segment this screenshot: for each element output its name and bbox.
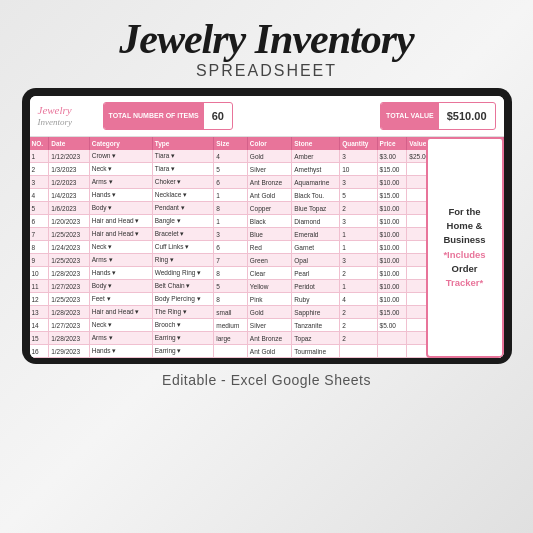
table-cell: Yellow bbox=[247, 280, 291, 293]
table-cell: 1 bbox=[340, 280, 377, 293]
table-cell: Pink bbox=[247, 293, 291, 306]
table-cell: Body ▾ bbox=[89, 280, 152, 293]
table-cell: Crown ▾ bbox=[89, 150, 152, 163]
side-note: For the Home & Business *Includes Order … bbox=[426, 137, 504, 358]
device-screen: Jewelry Inventory TOTAL NUMBER OF ITEMS … bbox=[30, 96, 504, 358]
table-cell: Peridot bbox=[292, 280, 340, 293]
table-cell: Ant Gold bbox=[247, 345, 291, 358]
table-cell: Aquamarine bbox=[292, 176, 340, 189]
total-value-box: TOTAL VALUE $510.00 bbox=[380, 102, 495, 130]
table-cell: $10.00 bbox=[377, 215, 407, 228]
table-cell: $10.00 bbox=[377, 176, 407, 189]
table-cell: 1/28/2023 bbox=[49, 332, 90, 345]
table-cell: $10.00 bbox=[377, 254, 407, 267]
table-cell: Brooch ▾ bbox=[152, 319, 214, 332]
table-cell: 1/20/2023 bbox=[49, 215, 90, 228]
table-cell bbox=[377, 332, 407, 345]
table-cell: 10 bbox=[340, 163, 377, 176]
table-cell: 5 bbox=[30, 202, 49, 215]
table-cell: Necklace ▾ bbox=[152, 189, 214, 202]
table-cell: Neck ▾ bbox=[89, 163, 152, 176]
table-cell: Arms ▾ bbox=[89, 332, 152, 345]
table-cell bbox=[214, 345, 248, 358]
table-cell: Blue bbox=[247, 228, 291, 241]
table-cell: 15 bbox=[30, 332, 49, 345]
table-cell: Ruby bbox=[292, 293, 340, 306]
table-cell: 3 bbox=[214, 228, 248, 241]
table-cell: 2 bbox=[30, 163, 49, 176]
table-cell: Silver bbox=[247, 163, 291, 176]
table-cell: $10.00 bbox=[377, 267, 407, 280]
table-cell: 16 bbox=[30, 345, 49, 358]
table-cell: Body Piercing ▾ bbox=[152, 293, 214, 306]
table-cell: Hair and Head ▾ bbox=[89, 215, 152, 228]
table-cell: 1/25/2023 bbox=[49, 228, 90, 241]
table-cell: 7 bbox=[214, 254, 248, 267]
table-cell: $5.00 bbox=[377, 319, 407, 332]
table-cell: 12 bbox=[30, 293, 49, 306]
table-cell: $3.00 bbox=[377, 150, 407, 163]
table-cell: 1/4/2023 bbox=[49, 189, 90, 202]
table-cell: Green bbox=[247, 254, 291, 267]
table-cell: Hands ▾ bbox=[89, 189, 152, 202]
table-cell: Tiara ▾ bbox=[152, 150, 214, 163]
table-cell: 3 bbox=[340, 150, 377, 163]
table-cell: Hands ▾ bbox=[89, 345, 152, 358]
table-cell: 1/6/2023 bbox=[49, 202, 90, 215]
table-cell: 1 bbox=[214, 215, 248, 228]
table-cell: The Ring ▾ bbox=[152, 306, 214, 319]
table-cell: Amber bbox=[292, 150, 340, 163]
table-cell: Earring ▾ bbox=[152, 332, 214, 345]
table-cell: 1/28/2023 bbox=[49, 306, 90, 319]
table-cell: Black Tou. bbox=[292, 189, 340, 202]
table-cell: 3 bbox=[340, 215, 377, 228]
table-cell: Red bbox=[247, 241, 291, 254]
table-cell: 9 bbox=[30, 254, 49, 267]
device-frame: Jewelry Inventory TOTAL NUMBER OF ITEMS … bbox=[22, 88, 512, 364]
table-cell: Garnet bbox=[292, 241, 340, 254]
table-cell: Ant Bronze bbox=[247, 332, 291, 345]
table-cell: Clear bbox=[247, 267, 291, 280]
table-cell: $10.00 bbox=[377, 293, 407, 306]
table-cell: Belt Chain ▾ bbox=[152, 280, 214, 293]
table-cell: Body ▾ bbox=[89, 202, 152, 215]
table-cell: $15.00 bbox=[377, 189, 407, 202]
column-header: Size bbox=[214, 137, 248, 150]
table-cell: Pendant ▾ bbox=[152, 202, 214, 215]
table-cell: 5 bbox=[340, 189, 377, 202]
table-cell: Blue Topaz bbox=[292, 202, 340, 215]
table-cell: Gold bbox=[247, 306, 291, 319]
table-cell: $15.00 bbox=[377, 306, 407, 319]
table-cell bbox=[340, 345, 377, 358]
table-cell: Wedding Ring ▾ bbox=[152, 267, 214, 280]
total-value-label: TOTAL VALUE bbox=[381, 103, 439, 129]
column-header: Stone bbox=[292, 137, 340, 150]
table-cell: 14 bbox=[30, 319, 49, 332]
table-cell: Hair and Head ▾ bbox=[89, 306, 152, 319]
table-cell: Diamond bbox=[292, 215, 340, 228]
table-cell: 5 bbox=[214, 163, 248, 176]
table-cell: 2 bbox=[340, 306, 377, 319]
table-cell: 7 bbox=[30, 228, 49, 241]
table-cell: Ring ▾ bbox=[152, 254, 214, 267]
table-cell: Hands ▾ bbox=[89, 267, 152, 280]
table-cell: 1/27/2023 bbox=[49, 280, 90, 293]
table-cell: Bangle ▾ bbox=[152, 215, 214, 228]
table-cell: Arms ▾ bbox=[89, 254, 152, 267]
table-cell: Neck ▾ bbox=[89, 319, 152, 332]
table-cell: 1/28/2023 bbox=[49, 267, 90, 280]
table-cell: Hair and Head ▾ bbox=[89, 228, 152, 241]
table-cell: 1/25/2023 bbox=[49, 254, 90, 267]
table-cell: Amethyst bbox=[292, 163, 340, 176]
table-cell: medium bbox=[214, 319, 248, 332]
total-items-label: TOTAL NUMBER OF ITEMS bbox=[104, 103, 204, 129]
column-header: Type bbox=[152, 137, 214, 150]
table-cell: Neck ▾ bbox=[89, 241, 152, 254]
table-cell: 1/3/2023 bbox=[49, 163, 90, 176]
table-cell: 8 bbox=[30, 241, 49, 254]
column-header: Price bbox=[377, 137, 407, 150]
table-cell: 2 bbox=[340, 319, 377, 332]
table-cell: Copper bbox=[247, 202, 291, 215]
table-cell: 1/27/2023 bbox=[49, 319, 90, 332]
column-header: Color bbox=[247, 137, 291, 150]
